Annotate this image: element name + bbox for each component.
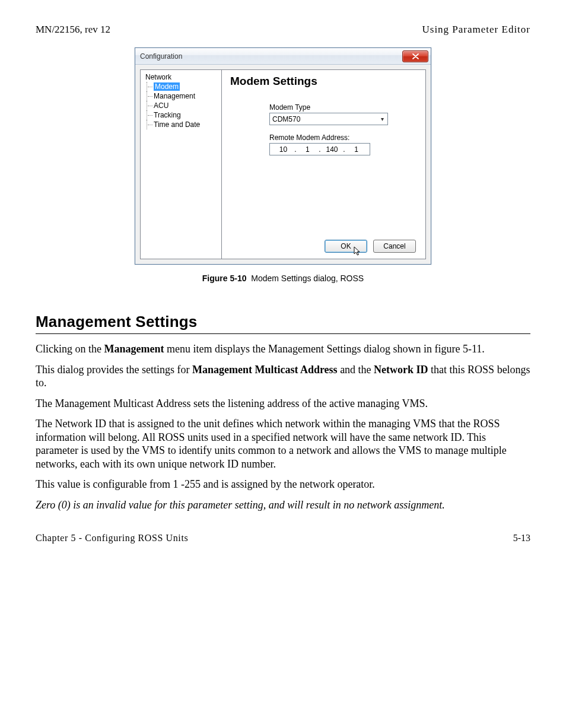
nav-tree[interactable]: Network Modem Management ACU Tracking Ti… [140,69,222,259]
ip-octet-2[interactable]: 1 [299,145,316,154]
tree-item-label: Time and Date [154,120,200,129]
tree-root-network[interactable]: Network [142,72,220,82]
text: This dialog provides the settings for [36,364,192,376]
modem-type-select[interactable]: CDM570 ▾ [269,113,388,125]
section-heading: Management Settings [36,313,530,331]
ip-octet-4[interactable]: 1 [348,145,365,154]
ip-octet-1[interactable]: 10 [275,145,291,154]
settings-pane: Modem Settings Modem Type CDM570 ▾ Remot… [222,69,426,259]
text: and the [338,364,374,376]
tree-item-time-and-date[interactable]: Time and Date [142,120,220,129]
tree-item-management[interactable]: Management [142,91,220,101]
text-bold: Management [104,343,164,355]
page-header: MN/22156, rev 12 Using Parameter Editor [36,24,530,36]
text: The Management Multicast Address sets th… [36,397,530,411]
text-italic: Zero (0) is an invalid value for this pa… [36,498,530,512]
page-footer: Chapter 5 - Configuring ROSS Units 5-13 [36,533,530,543]
remote-address-label: Remote Modem Address: [269,133,419,142]
modem-type-label: Modem Type [269,103,419,112]
configuration-dialog: Configuration Network Modem Management A… [135,47,431,265]
figure-caption: Figure 5-10 Modem Settings dialog, ROSS [36,274,530,283]
ip-dot: . [294,145,296,154]
ok-button[interactable]: OK [325,240,367,253]
modem-type-value: CDM570 [272,115,300,123]
tree-item-label: Management [154,92,195,100]
cancel-button-label: Cancel [383,242,405,250]
figure-number: Figure 5-10 [202,274,247,283]
tree-item-tracking[interactable]: Tracking [142,110,220,120]
ok-button-label: OK [341,242,351,250]
dialog-title: Configuration [140,52,182,61]
tree-item-modem[interactable]: Modem [142,82,220,91]
tree-item-label: Modem [154,82,180,91]
close-button[interactable] [402,50,428,62]
remote-address-input[interactable]: 10 . 1 . 140 . 1 [269,143,370,155]
pane-title: Modem Settings [230,75,419,88]
cursor-icon [354,246,362,257]
section-rule [36,333,530,334]
header-section-title: Using Parameter Editor [422,24,530,36]
text: Clicking on the [36,343,104,355]
tree-item-label: ACU [154,101,168,110]
dialog-titlebar: Configuration [135,48,431,65]
footer-page-number: 5-13 [513,533,530,543]
ip-octet-3[interactable]: 140 [323,145,340,154]
cancel-button[interactable]: Cancel [373,240,416,253]
tree-item-acu[interactable]: ACU [142,101,220,110]
close-icon [412,53,419,59]
text: menu item displays the Management Settin… [164,343,484,355]
text: The Network ID that is assigned to the u… [36,417,530,471]
text-bold: Management Multicast Address [192,364,338,376]
text: This value is configurable from 1 -255 a… [36,478,530,491]
footer-chapter: Chapter 5 - Configuring ROSS Units [36,533,188,543]
chevron-down-icon: ▾ [378,116,386,122]
ip-dot: . [319,145,320,154]
ip-dot: . [343,145,345,154]
header-doc-id: MN/22156, rev 12 [36,24,110,36]
figure-caption-text: Modem Settings dialog, ROSS [251,274,364,283]
text-bold: Network ID [374,364,428,376]
body-text: Clicking on the Management menu item dis… [36,342,530,511]
tree-item-label: Tracking [154,111,181,119]
